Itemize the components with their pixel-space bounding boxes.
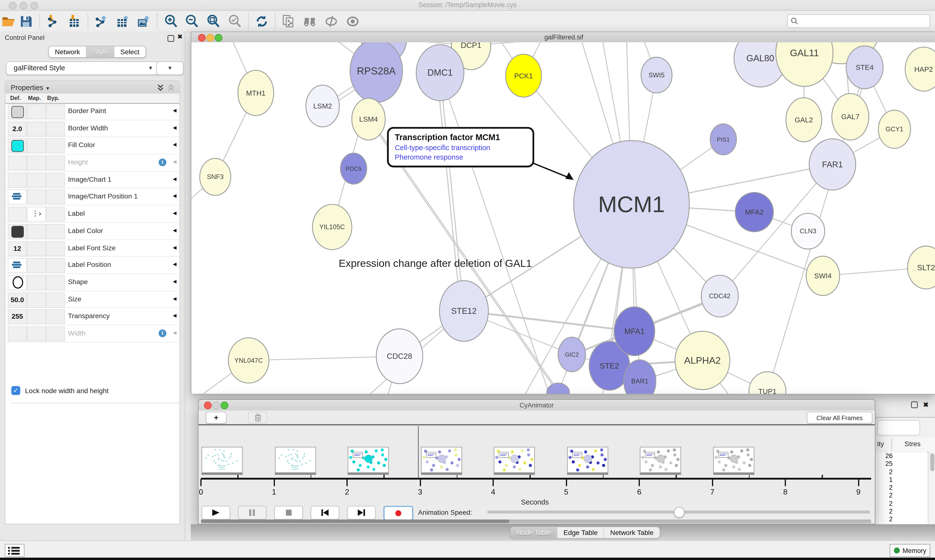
property-row-size[interactable]: 50.0Size◀ — [5, 291, 179, 308]
table-column-headers[interactable]: ity Stres — [875, 437, 935, 453]
expand-all-icon[interactable] — [157, 84, 164, 91]
property-row-height[interactable]: Heighti◀ — [5, 154, 179, 171]
property-row-shape[interactable]: Shape◀ — [5, 274, 179, 291]
skip-end-button[interactable] — [347, 506, 376, 519]
property-row-label-color[interactable]: Label Color◀ — [5, 223, 179, 240]
zoom-fit-icon[interactable] — [206, 14, 221, 29]
import-network-icon[interactable] — [45, 14, 60, 29]
network-node-LSM4[interactable]: LSM4 — [352, 98, 385, 140]
network-node-MCM1[interactable]: MCM1 — [574, 141, 689, 268]
table-cell-value[interactable]: 2 — [875, 492, 927, 500]
tab-network[interactable]: Network — [49, 46, 87, 57]
lock-checkbox[interactable]: ✓ — [11, 386, 20, 395]
network-node-GIC2[interactable]: GIC2 — [558, 337, 586, 372]
property-row-label[interactable]: ⋮›Label◀ — [5, 206, 179, 223]
stop-button[interactable] — [275, 506, 303, 519]
table-cell-value[interactable]: 26 — [875, 452, 927, 460]
scrollbar-thumb[interactable] — [201, 520, 509, 523]
binoculars-icon[interactable] — [303, 14, 317, 29]
close-window-icon[interactable] — [198, 34, 206, 42]
table-cell-value[interactable]: 2 — [875, 468, 927, 476]
expand-property-icon[interactable]: ◀ — [173, 142, 176, 148]
mapping-cell[interactable] — [27, 326, 46, 341]
expand-property-icon[interactable]: ◀ — [173, 159, 176, 165]
default-cell[interactable] — [8, 105, 27, 119]
tab-select[interactable]: Select — [114, 46, 145, 57]
cyanimator-titlebar[interactable]: CyAnimator — [199, 400, 875, 411]
default-cell[interactable]: 2.0 — [8, 122, 27, 136]
default-value[interactable]: 12 — [8, 242, 26, 255]
property-row-transparency[interactable]: 255Transparency◀ — [5, 308, 179, 325]
collapse-all-icon[interactable] — [168, 84, 174, 91]
info-icon[interactable]: i — [159, 329, 166, 337]
property-row-image-chart-position-1[interactable]: Image/Chart Position 1◀ — [5, 189, 179, 206]
expand-property-icon[interactable]: ◀ — [173, 211, 176, 216]
maximize-window-icon[interactable] — [221, 402, 228, 409]
network-node-YIL105C[interactable]: YIL105C — [312, 205, 352, 249]
annotation-link[interactable]: Pheromone response — [395, 153, 529, 161]
network-node-STE4[interactable]: STE4 — [846, 46, 883, 89]
mapping-cell[interactable] — [27, 224, 46, 238]
tab-edge-table[interactable]: Edge Table — [558, 527, 604, 538]
network-node-PIS1[interactable]: PIS1 — [710, 124, 736, 155]
zoom-out-icon[interactable] — [185, 14, 199, 29]
default-cell[interactable] — [8, 138, 27, 153]
style-options-button[interactable]: ▼ — [156, 61, 184, 75]
network-node-GCY1[interactable]: GCY1 — [878, 110, 910, 148]
network-node-SLT2[interactable]: SLT2 — [907, 246, 935, 289]
default-cell[interactable] — [8, 258, 27, 273]
network-canvas[interactable]: DCP1RPS28ADMC1PCK1SWI5GAL80GAL11STE4HAP2… — [191, 42, 935, 394]
network-node-YNL047C[interactable]: YNL047C — [228, 338, 269, 383]
network-node-STE12[interactable]: STE12 — [440, 280, 488, 341]
timeline-frame-5[interactable] — [567, 447, 608, 475]
export-image-icon[interactable] — [136, 14, 150, 29]
clone-network-icon[interactable] — [281, 14, 296, 29]
default-cell[interactable]: 50.0 — [8, 292, 27, 307]
table-cell-value[interactable]: 1 — [875, 476, 927, 484]
annotation-link[interactable]: Cell-type-specific transcription — [395, 143, 529, 152]
maximize-window-icon[interactable] — [215, 34, 222, 42]
timeline-frame-7[interactable] — [713, 447, 754, 475]
network-node-DMC1[interactable]: DMC1 — [416, 45, 464, 101]
timeline-frame-3[interactable] — [421, 447, 462, 475]
property-row-width[interactable]: Widthi◀ — [5, 325, 179, 342]
bypass-cell[interactable] — [46, 122, 65, 136]
mapping-cell[interactable] — [27, 105, 46, 119]
properties-header[interactable]: Properties ▼ — [5, 81, 179, 94]
search-field[interactable] — [787, 14, 930, 28]
property-row-label-position[interactable]: Label Position◀ — [5, 257, 179, 274]
network-node-SWI5[interactable]: SWI5 — [641, 57, 672, 93]
refresh-view-icon[interactable] — [255, 14, 269, 29]
default-value[interactable]: 255 — [8, 310, 26, 323]
close-window-icon[interactable] — [204, 402, 212, 409]
record-button[interactable] — [384, 506, 413, 521]
network-node-GAL7[interactable]: GAL7 — [832, 94, 869, 140]
export-table-icon[interactable] — [115, 14, 130, 29]
expand-property-icon[interactable]: ◀ — [173, 313, 176, 318]
network-node-GAL2[interactable]: GAL2 — [786, 98, 822, 142]
expand-property-icon[interactable]: ◀ — [173, 125, 176, 131]
network-node-RPS28A[interactable]: RPS28A — [350, 42, 403, 102]
expand-property-icon[interactable]: ◀ — [173, 245, 176, 250]
mapping-cell[interactable] — [27, 122, 46, 136]
default-cell[interactable]: 12 — [8, 241, 27, 256]
network-node-CDC28[interactable]: CDC28 — [376, 329, 423, 384]
export-network-icon[interactable] — [93, 14, 107, 29]
network-node-MTH1[interactable]: MTH1 — [238, 70, 274, 115]
timeline-strip[interactable]: Seconds 0123456789 — [199, 424, 875, 506]
expand-property-icon[interactable]: ◀ — [173, 296, 176, 301]
save-session-icon[interactable] — [19, 14, 33, 29]
network-node-HAP2[interactable]: HAP2 — [905, 47, 935, 91]
expand-property-icon[interactable]: ◀ — [173, 262, 176, 267]
bypass-cell[interactable] — [46, 190, 65, 205]
mapping-cell[interactable] — [27, 258, 46, 273]
zoom-selected-icon[interactable] — [228, 14, 242, 29]
network-node-GAL11[interactable]: GAL11 — [776, 42, 833, 86]
default-cell[interactable] — [8, 173, 27, 188]
network-node-SWI4[interactable]: SWI4 — [806, 256, 839, 295]
add-frame-button[interactable]: + — [206, 412, 227, 423]
mapping-cell[interactable] — [27, 275, 46, 290]
maximize-window-icon[interactable] — [31, 2, 38, 9]
default-cell[interactable] — [8, 275, 27, 290]
bypass-cell[interactable] — [46, 241, 65, 256]
